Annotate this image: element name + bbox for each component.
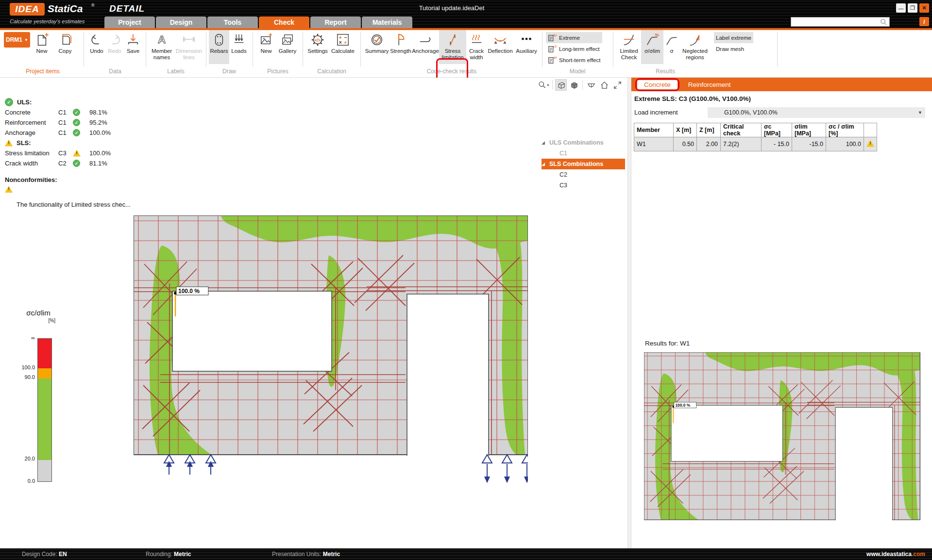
statica-logo-text: StatiCa — [48, 3, 83, 15]
calculate-icon: +−×÷ — [336, 32, 350, 48]
ribbon-group-project-items: DRM1▼ New Copy — [4, 30, 77, 64]
solid-view-button[interactable] — [568, 79, 580, 91]
expander-icon[interactable] — [542, 141, 545, 145]
save-icon — [126, 32, 140, 48]
load-increment-dropdown[interactable]: G100.0%, V100.0% ▼ — [708, 107, 925, 118]
search-icon[interactable] — [880, 18, 889, 26]
maximize-button[interactable]: ❐ — [908, 3, 917, 13]
nonconformity-message[interactable]: The functionality of Limited stress chec… — [17, 201, 151, 208]
check-row-stress-limitation[interactable]: Stress limitation C3 100.0% — [5, 148, 151, 158]
tab-project[interactable]: Project — [104, 16, 155, 28]
neglected-regions-button[interactable]: Neglected regions — [680, 30, 710, 64]
ribbon-separator — [777, 32, 778, 67]
panel-splitter[interactable] — [627, 78, 631, 548]
minimize-button[interactable]: — — [896, 3, 906, 13]
ribbon-separator — [146, 32, 146, 67]
new-picture-button[interactable]: New — [256, 30, 276, 64]
deflection-check-button[interactable]: Deflection — [487, 30, 514, 64]
ribbon-separator — [253, 32, 253, 67]
search-box — [791, 17, 890, 27]
tab-materials[interactable]: Materials — [362, 16, 412, 28]
scale-segment-orange — [38, 368, 51, 379]
loads-icon — [232, 32, 246, 48]
search-input[interactable] — [791, 18, 880, 26]
clipping-plane-button[interactable] — [585, 79, 597, 91]
tree-item-c1[interactable]: C1 — [542, 148, 625, 159]
short-term-effect-toggle[interactable]: ST Short-term effect — [546, 54, 602, 66]
warning-icon — [5, 140, 13, 147]
redo-icon — [108, 32, 121, 48]
extreme-toggle[interactable]: EX Extreme — [546, 32, 602, 43]
info-button[interactable]: i — [919, 17, 929, 26]
check-row-crack-width[interactable]: Crack width C2 81.1% — [5, 158, 151, 168]
zoom-tool-button[interactable]: ▼ — [538, 79, 550, 91]
summary-check-button[interactable]: Summary — [364, 30, 390, 64]
svg-text:ST: ST — [554, 56, 557, 59]
tree-sls-combinations[interactable]: SLS Combinations — [542, 159, 625, 169]
summary-icon — [370, 32, 384, 48]
member-result-thumbnail[interactable] — [644, 352, 921, 520]
ribbon-group-data: Undo Redo Save — [87, 30, 143, 64]
scale-tick: ∞ — [10, 335, 35, 341]
project-item-selector[interactable]: DRM1▼ — [4, 32, 30, 48]
auxiliary-dots-icon — [519, 32, 534, 48]
toolbar-divider — [552, 80, 553, 90]
undo-button[interactable]: Undo — [87, 30, 106, 64]
zoom-dropdown-caret[interactable]: ▼ — [546, 83, 550, 87]
auxiliary-button[interactable]: Auxiliary — [514, 30, 539, 64]
loads-button[interactable]: Loads — [229, 30, 249, 64]
crack-width-button[interactable]: Crack width — [466, 30, 487, 64]
dimension-lines-button[interactable]: Dimension lines — [175, 30, 203, 64]
tab-tools[interactable]: Tools — [207, 16, 258, 28]
calculate-button[interactable]: +−×÷ Calculate — [329, 30, 356, 64]
tree-item-c2[interactable]: C2 — [542, 169, 625, 180]
fit-view-button[interactable] — [611, 79, 623, 91]
sigma-slim-button[interactable]: % σ/σlim — [641, 30, 663, 64]
long-term-doc-icon: LT — [548, 45, 557, 53]
close-button[interactable]: ✕ — [919, 3, 929, 13]
tab-design[interactable]: Design — [156, 16, 206, 28]
color-scale-bar — [37, 338, 52, 482]
anchorage-check-button[interactable]: Anchorage — [412, 30, 439, 64]
group-label-pictures: Pictures — [256, 68, 300, 75]
tab-concrete[interactable]: Concrete — [637, 80, 678, 89]
svg-text:A: A — [158, 33, 166, 46]
redo-button[interactable]: Redo — [106, 30, 123, 64]
member-names-button[interactable]: A Member names — [149, 30, 175, 64]
settings-button[interactable]: </> Settings — [306, 30, 329, 64]
draw-mesh-toggle[interactable]: Draw mesh — [714, 43, 753, 54]
ribbon-separator — [303, 32, 303, 67]
website-link[interactable]: www.ideastatica.com — [866, 551, 925, 558]
structure-result-view[interactable]: 100.0 % — [134, 215, 528, 487]
copy-project-item-button[interactable]: Copy — [53, 30, 77, 64]
limited-check-button[interactable]: Limited Check — [617, 30, 641, 64]
check-row-anchorage[interactable]: Anchorage C1 100.0% — [5, 128, 151, 138]
stress-limitation-icon — [446, 32, 459, 48]
expander-icon[interactable] — [542, 163, 545, 166]
scale-unit: [%] — [21, 318, 55, 323]
canvas-toolbar: ▼ — [538, 79, 623, 91]
wireframe-view-button[interactable] — [555, 79, 567, 91]
strength-check-button[interactable]: Strength — [390, 30, 412, 64]
tab-check[interactable]: Check — [259, 16, 309, 28]
save-button[interactable]: Save — [123, 30, 143, 64]
long-term-effect-toggle[interactable]: LT Long-term effect — [546, 43, 602, 54]
chevron-down-icon: ▼ — [918, 110, 925, 115]
tab-reinforcement[interactable]: Reinforcement — [688, 81, 731, 88]
rebars-button[interactable]: Rebars — [209, 30, 229, 64]
label-extreme-toggle[interactable]: Label extreme — [714, 32, 753, 43]
tree-item-c3[interactable]: C3 — [542, 180, 625, 191]
gallery-button[interactable]: Gallery — [276, 30, 299, 64]
new-project-item-button[interactable]: New — [30, 30, 53, 64]
check-row-concrete[interactable]: Concrete C1 98.1% — [5, 107, 151, 117]
tree-uls-combinations[interactable]: ULS Combinations — [542, 137, 625, 148]
tab-report[interactable]: Report — [310, 16, 361, 28]
sigma-icon — [665, 32, 678, 48]
ribbon-group-draw: Rebars Loads — [209, 30, 249, 64]
table-row[interactable]: W1 0.50 2.00 7.2(2) - 15.0 -15.0 100.0 — [634, 137, 877, 151]
sigma-button[interactable]: σ — [663, 30, 680, 64]
check-row-reinforcement[interactable]: Reinforcement C1 95.2% — [5, 117, 151, 128]
home-view-button[interactable] — [598, 79, 610, 91]
extreme-doc-icon: EX — [548, 33, 557, 42]
stress-limitation-button[interactable]: Stress limitation — [439, 30, 466, 64]
